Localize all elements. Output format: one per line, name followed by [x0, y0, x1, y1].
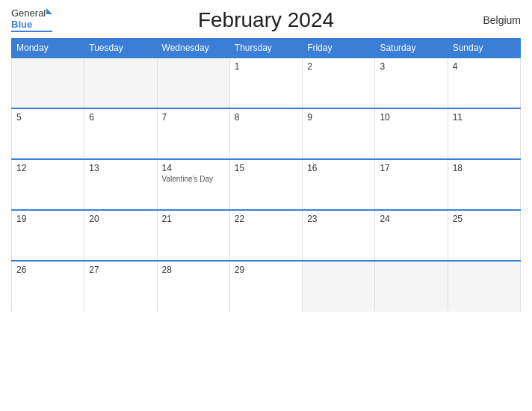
day-number: 8 [235, 112, 240, 123]
calendar-cell: 18 [448, 159, 520, 210]
calendar-week-row: 1234 [12, 58, 521, 108]
calendar-cell: 10 [375, 108, 448, 159]
day-number: 14 [162, 163, 172, 173]
day-number: 28 [162, 265, 172, 275]
day-number: 15 [235, 163, 244, 173]
day-number: 19 [16, 214, 26, 224]
day-number: 6 [89, 112, 94, 123]
day-header-tuesday: Tuesday [84, 39, 157, 58]
day-number: 18 [453, 163, 463, 173]
calendar-cell [84, 58, 157, 108]
day-number: 21 [162, 214, 172, 224]
logo-general: General [11, 7, 46, 19]
calendar-week-row: 567891011 [12, 108, 521, 159]
calendar-cell: 28 [157, 261, 229, 312]
calendar-header: General Blue February 2024 Belgium [11, 7, 521, 32]
calendar-cell: 1 [229, 58, 302, 108]
calendar-cell: 6 [84, 108, 157, 159]
calendar-cell: 17 [375, 159, 448, 210]
day-number: 13 [89, 163, 99, 173]
day-number: 11 [453, 112, 463, 123]
calendar-cell: 3 [375, 58, 448, 108]
day-number: 2 [307, 61, 312, 72]
calendar-cell: 21 [157, 210, 229, 261]
country-label: Belgium [483, 14, 521, 26]
holiday-label: Valentine's Day [162, 175, 225, 183]
calendar-cell: 13 [84, 159, 157, 210]
day-header-monday: Monday [12, 39, 84, 58]
calendar-title: February 2024 [198, 8, 334, 32]
day-header-friday: Friday [303, 39, 375, 58]
calendar-cell: 26 [12, 261, 84, 312]
calendar-cell [12, 58, 84, 108]
day-number: 12 [16, 163, 26, 173]
calendar-cell [157, 58, 229, 108]
calendar-table: MondayTuesdayWednesdayThursdayFridaySatu… [11, 38, 521, 312]
calendar-cell: 11 [448, 108, 520, 159]
calendar-cell: 15 [229, 159, 302, 210]
day-number: 24 [380, 214, 389, 224]
calendar-container: General Blue February 2024 Belgium Monda… [0, 0, 532, 411]
day-number: 27 [89, 265, 99, 275]
day-number: 9 [307, 112, 312, 123]
logo-underline [11, 31, 52, 32]
calendar-cell: 16 [303, 159, 375, 210]
day-header-sunday: Sunday [448, 39, 520, 58]
calendar-cell: 29 [229, 261, 302, 312]
calendar-cell: 12 [12, 159, 84, 210]
day-number: 16 [307, 163, 317, 173]
day-number: 7 [162, 112, 167, 123]
day-number: 4 [453, 61, 458, 72]
calendar-cell: 7 [157, 108, 229, 159]
calendar-week-row: 26272829 [12, 261, 521, 312]
day-number: 22 [235, 214, 244, 224]
day-number: 26 [16, 265, 26, 275]
calendar-cell: 19 [12, 210, 84, 261]
day-header-thursday: Thursday [229, 39, 302, 58]
calendar-cell: 24 [375, 210, 448, 261]
calendar-cell: 4 [448, 58, 520, 108]
calendar-cell: 27 [84, 261, 157, 312]
logo-triangle-icon [46, 8, 52, 14]
logo: General Blue [11, 7, 52, 32]
calendar-cell: 23 [303, 210, 375, 261]
day-number: 25 [453, 214, 463, 224]
day-number: 23 [307, 214, 317, 224]
calendar-cell [303, 261, 375, 312]
day-number: 20 [89, 214, 99, 224]
day-header-saturday: Saturday [375, 39, 448, 58]
calendar-week-row: 121314Valentine's Day15161718 [12, 159, 521, 210]
calendar-cell [375, 261, 448, 312]
calendar-cell: 14Valentine's Day [157, 159, 229, 210]
calendar-cell: 5 [12, 108, 84, 159]
calendar-cell: 20 [84, 210, 157, 261]
calendar-week-row: 19202122232425 [12, 210, 521, 261]
calendar-cell: 25 [448, 210, 520, 261]
calendar-body: 1234567891011121314Valentine's Day151617… [12, 58, 521, 312]
calendar-cell: 9 [303, 108, 375, 159]
logo-blue: Blue [11, 19, 32, 30]
day-number: 3 [380, 61, 385, 72]
day-number: 29 [235, 265, 244, 275]
calendar-cell [448, 261, 520, 312]
calendar-cell: 2 [303, 58, 375, 108]
day-number: 10 [380, 112, 389, 123]
day-number: 1 [235, 61, 240, 72]
calendar-cell: 8 [229, 108, 302, 159]
calendar-cell: 22 [229, 210, 302, 261]
day-header-wednesday: Wednesday [157, 39, 229, 58]
day-number: 17 [380, 163, 389, 173]
calendar-header-row: MondayTuesdayWednesdayThursdayFridaySatu… [12, 39, 521, 58]
day-number: 5 [16, 112, 22, 123]
